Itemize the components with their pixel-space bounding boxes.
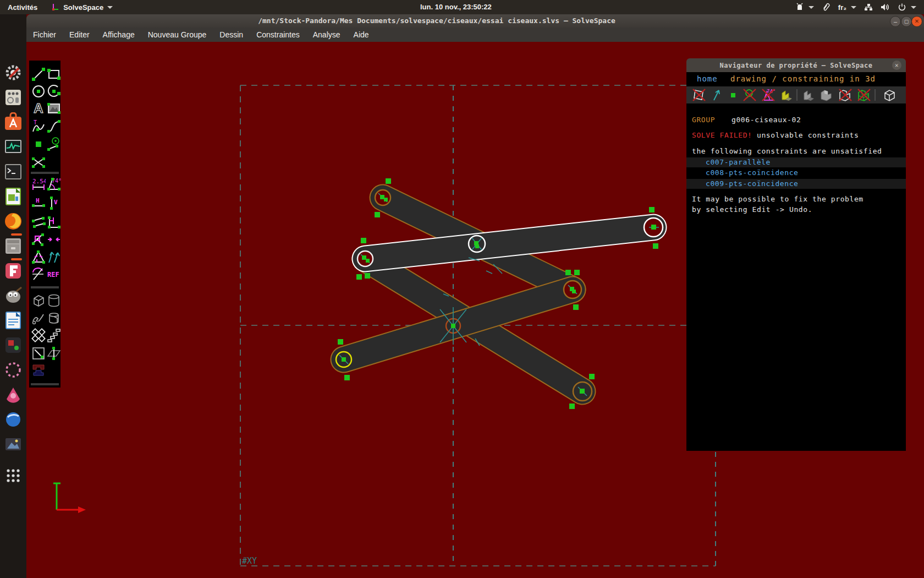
svg-text:2.54: 2.54 — [32, 178, 46, 185]
dock-item-firefox[interactable] — [3, 211, 23, 231]
dock-item-show-applications[interactable] — [3, 466, 23, 486]
close-button[interactable]: ✕ — [911, 16, 922, 27]
reference-dimension-tool[interactable]: REF — [47, 267, 61, 281]
bracket-disabled-icon[interactable] — [838, 88, 853, 102]
mesh-disabled-icon[interactable] — [857, 88, 871, 102]
panel-body: GROUP g006-ciseaux-02 SOLVE FAILED! unso… — [686, 103, 906, 451]
window-title-bar[interactable]: /mnt/Stock-Pandora/Mes Documents/solvesp… — [26, 14, 924, 28]
toolbar-separator — [31, 286, 59, 288]
angle-constraint-tool[interactable]: 74° — [47, 177, 61, 192]
tangent-constraint-tool[interactable] — [31, 267, 46, 281]
arc-tool[interactable] — [47, 84, 61, 99]
rotate-copy-tool[interactable] — [31, 328, 46, 342]
dock-item-terminal[interactable] — [3, 162, 23, 182]
sketch-in-3d-tool[interactable] — [31, 363, 46, 377]
workplane-label[interactable]: #XY — [242, 556, 257, 566]
dock-item-system-monitor[interactable] — [3, 137, 23, 157]
dock-item-fritzing[interactable] — [3, 261, 23, 281]
app-menu-button[interactable]: SolveSpace — [52, 3, 113, 12]
keyboard-layout-indicator[interactable]: fr₂ — [838, 3, 856, 12]
point-on-line-tool[interactable] — [31, 232, 46, 247]
perpendicular-constraint-tool[interactable] — [47, 215, 61, 230]
equal-constraint-tool[interactable] — [31, 250, 46, 264]
dock-item-dark-app[interactable] — [3, 335, 23, 355]
dock-item-sound-mixer[interactable] — [3, 88, 23, 107]
line-in-box-tool[interactable] — [31, 346, 46, 361]
workplane-disabled-icon[interactable] — [692, 88, 706, 102]
symmetric-constraint-tool[interactable] — [47, 232, 61, 247]
circle-disabled-icon[interactable] — [743, 88, 757, 102]
angle-disabled-icon[interactable]: 74° — [761, 88, 776, 102]
minimize-button[interactable]: – — [890, 16, 901, 27]
volume-indicator[interactable] — [881, 3, 890, 12]
menu-dessin[interactable]: Dessin — [213, 30, 250, 39]
line-of-sight-icon[interactable] — [710, 88, 724, 102]
menu-nouveau-groupe[interactable]: Nouveau Groupe — [141, 30, 213, 39]
extrude-active-icon[interactable] — [780, 88, 794, 102]
maximize-button[interactable]: ▢ — [901, 16, 912, 27]
vertical-constraint-tool[interactable]: V — [47, 196, 61, 210]
dock-item-libreoffice-writer[interactable] — [3, 310, 23, 330]
dock-item-tweaks[interactable] — [3, 63, 23, 83]
running-indicator — [11, 258, 22, 260]
extrude-tool[interactable] — [31, 293, 46, 308]
chevron-down-icon — [809, 6, 814, 9]
menu-fichier[interactable]: Fichier — [26, 30, 63, 39]
rectangle-tool[interactable] — [47, 67, 61, 81]
fix-hint-line1: It may be possible to fix the problem — [692, 195, 864, 203]
android-device-indicator[interactable] — [795, 3, 814, 12]
menu-constraintes[interactable]: Constraintes — [250, 30, 306, 39]
cubic-spline-tool[interactable] — [47, 119, 61, 133]
wireframe-cube-icon[interactable] — [882, 88, 897, 102]
dock-item-file-cabinet[interactable] — [3, 236, 23, 256]
point-mode-icon[interactable] — [726, 88, 740, 102]
helix-tool[interactable] — [31, 311, 46, 325]
dock-item-dotted-circle-app[interactable] — [3, 360, 23, 380]
split-curves-tool[interactable] — [31, 155, 46, 170]
constraint-link-c008[interactable]: c008-pts-coïncidence — [706, 168, 799, 177]
dock-item-image-viewer[interactable] — [3, 434, 23, 454]
link-bar-selected[interactable] — [365, 227, 653, 259]
clock[interactable]: lun. 10 nov., 23:50:22 — [420, 3, 492, 11]
datum-point-tool[interactable] — [31, 137, 46, 151]
dock-item-gimp[interactable] — [3, 286, 23, 306]
horizontal-constraint-tool[interactable]: H — [31, 196, 46, 210]
image-tool[interactable] — [47, 101, 61, 116]
lathe-tool[interactable] — [47, 293, 61, 308]
revolve-tool[interactable] — [47, 311, 61, 325]
activities-button[interactable]: Activités — [8, 3, 37, 12]
constraint-link-c007[interactable]: c007-parallèle — [706, 158, 771, 166]
construction-tool[interactable] — [47, 137, 61, 151]
menu-affichage[interactable]: Affichage — [96, 30, 141, 39]
dock-item-pink-app[interactable] — [3, 385, 23, 405]
line-segment-tool[interactable] — [31, 67, 46, 81]
parallel-constraint-tool[interactable] — [31, 215, 46, 230]
sketch-in-plane-tool[interactable] — [47, 346, 61, 361]
network-indicator[interactable] — [864, 3, 873, 12]
breadcrumb-group-path[interactable]: drawing / constraining in 3d — [730, 74, 876, 83]
dock-item-blue-sphere-app[interactable] — [3, 410, 23, 429]
distance-constraint-tool[interactable]: 2.54 — [31, 177, 46, 192]
text-tool[interactable]: A — [31, 101, 46, 116]
panel-close-icon[interactable]: ✕ — [892, 61, 901, 70]
dock-item-ubuntu-software[interactable] — [3, 112, 23, 132]
svg-text:A: A — [34, 101, 43, 116]
menu-aide[interactable]: Aide — [347, 30, 376, 39]
tangent-arc-tool[interactable]: T — [31, 119, 46, 133]
group-name[interactable]: g006-ciseaux-02 — [732, 116, 801, 124]
menu-analyse[interactable]: Analyse — [306, 30, 347, 39]
solvespace-axes-icon — [52, 3, 59, 11]
constraint-link-c009[interactable]: c009-pts-coïncidence — [706, 179, 799, 188]
menu-editer[interactable]: Editer — [63, 30, 96, 39]
panel-title-bar[interactable]: Navigateur de propriété — SolveSpace ✕ — [686, 58, 906, 72]
translate-copy-tool[interactable] — [47, 328, 61, 342]
tab-home[interactable]: home — [697, 74, 718, 83]
menu-bar: Fichier Editer Affichage Nouveau Groupe … — [26, 28, 924, 42]
solid-bracket-icon[interactable] — [820, 88, 834, 102]
same-orientation-tool[interactable] — [47, 250, 61, 264]
power-indicator[interactable] — [898, 3, 916, 12]
circle-tool[interactable] — [31, 84, 46, 99]
paperclip-indicator[interactable] — [822, 3, 831, 12]
dock-item-libreoffice-calc[interactable] — [3, 187, 23, 206]
solid-l-icon[interactable] — [802, 88, 816, 102]
